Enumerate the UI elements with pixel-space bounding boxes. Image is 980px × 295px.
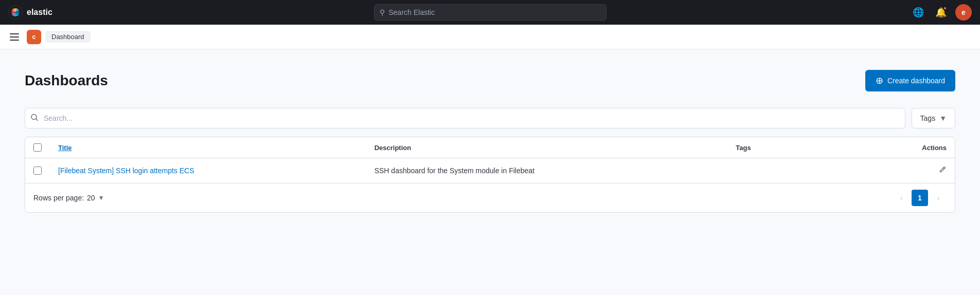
page-title: Dashboards (25, 72, 108, 89)
secondbar: c Dashboard (0, 25, 980, 49)
elastic-logo[interactable]: elastic (8, 5, 52, 20)
table-header: Title Description Tags Actions (25, 137, 955, 158)
globe-button[interactable]: 🌐 (910, 4, 926, 21)
table-search-wrapper (25, 108, 905, 128)
create-dashboard-button[interactable]: ⊕ Create dashboard (865, 70, 955, 91)
dashboards-table-container: Title Description Tags Actions [Filebeat… (25, 137, 955, 213)
tags-filter-label: Tags (920, 114, 936, 122)
dashboards-table: Title Description Tags Actions [Filebeat… (25, 137, 955, 183)
svg-point-4 (16, 9, 20, 16)
tags-filter-button[interactable]: Tags ▼ (912, 108, 955, 128)
tags-column-header: Tags (727, 137, 863, 158)
dashboard-title-link[interactable]: [Filebeat System] SSH login attempts ECS (58, 167, 194, 175)
main-content: Dashboards ⊕ Create dashboard Tags ▼ (0, 49, 980, 233)
select-all-checkbox[interactable] (33, 143, 42, 152)
actions-column-header: Actions (864, 137, 955, 158)
row-checkbox[interactable] (33, 167, 42, 175)
chevron-down-icon: ▼ (939, 114, 947, 122)
svg-line-9 (36, 119, 38, 121)
description-column-header: Description (366, 137, 728, 158)
user-avatar[interactable]: e (955, 4, 972, 21)
table-footer: Rows per page: 20 ▼ ‹ 1 › (25, 183, 955, 212)
elastic-logo-text: elastic (27, 8, 52, 17)
row-tags-cell (727, 158, 863, 183)
create-dashboard-label: Create dashboard (887, 77, 945, 85)
plus-icon: ⊕ (876, 75, 883, 86)
notification-badge (943, 6, 947, 10)
select-all-checkbox-header[interactable] (25, 137, 50, 158)
search-icon: ⚲ (380, 8, 385, 16)
svg-rect-7 (10, 40, 19, 41)
rows-per-page-selector[interactable]: Rows per page: 20 ▼ (33, 194, 104, 202)
svg-point-3 (11, 9, 15, 16)
svg-rect-5 (10, 33, 19, 34)
table-row: [Filebeat System] SSH login attempts ECS… (25, 158, 955, 183)
row-actions-cell (864, 158, 955, 183)
table-search-icon (31, 114, 38, 123)
filter-row: Tags ▼ (25, 108, 955, 128)
title-column-header[interactable]: Title (50, 137, 366, 158)
table-search-input[interactable] (25, 108, 905, 128)
page-header: Dashboards ⊕ Create dashboard (25, 70, 955, 91)
pagination: ‹ 1 › (893, 190, 947, 206)
edit-icon[interactable] (938, 167, 947, 175)
prev-page-button[interactable]: ‹ (893, 190, 910, 206)
topbar: elastic ⚲ 🌐 🔔 e (0, 0, 980, 25)
row-title-cell: [Filebeat System] SSH login attempts ECS (50, 158, 366, 183)
global-search-wrapper: ⚲ (374, 4, 607, 21)
svg-rect-6 (10, 36, 19, 38)
row-description-cell: SSH dashboard for the System module in F… (366, 158, 728, 183)
globe-icon: 🌐 (913, 7, 924, 18)
hamburger-menu-button[interactable] (6, 29, 23, 45)
table-body: [Filebeat System] SSH login attempts ECS… (25, 158, 955, 183)
svg-point-0 (9, 6, 23, 20)
next-page-button[interactable]: › (930, 190, 947, 206)
notifications-button[interactable]: 🔔 (933, 4, 949, 21)
svg-line-10 (943, 168, 945, 169)
rows-per-page-label: Rows per page: (33, 194, 84, 202)
page-1-button[interactable]: 1 (912, 190, 928, 206)
rows-per-page-value: 20 (87, 194, 95, 202)
global-search-input[interactable] (389, 8, 601, 16)
global-search-bar[interactable]: ⚲ (374, 4, 607, 21)
breadcrumb-initial[interactable]: c (27, 30, 41, 44)
topbar-right-actions: 🌐 🔔 e (910, 4, 972, 21)
row-checkbox-cell[interactable] (25, 158, 50, 183)
row-description-text: SSH dashboard for the System module in F… (375, 167, 534, 175)
breadcrumb-dashboard[interactable]: Dashboard (45, 31, 91, 43)
rows-per-page-chevron-icon: ▼ (98, 194, 104, 201)
